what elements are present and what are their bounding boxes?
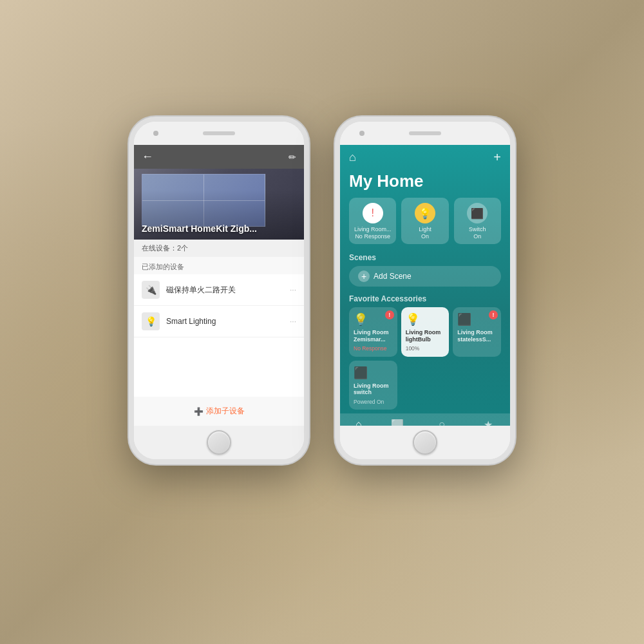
home-acc-light[interactable]: 💡 LightOn bbox=[401, 198, 448, 244]
device-name-1: Smart Lighting bbox=[166, 317, 283, 326]
fav-item-2[interactable]: ! ⬛ Living Room statelessS... bbox=[453, 307, 501, 357]
fav-name-0: Living Room Zemismar... bbox=[354, 329, 393, 343]
page-container: APP CONTROL Homekit Zigbee Hub can conne… bbox=[0, 0, 644, 644]
home-favorites-section: Favorite Accessories ! 💡 Living Room Zem… bbox=[340, 292, 510, 414]
tuya-camera bbox=[153, 131, 158, 136]
nav-home[interactable]: ⌂ Home bbox=[352, 419, 365, 426]
acc-switch-label: SwitchOn bbox=[469, 226, 486, 240]
fav-name-3: Living Room switch bbox=[354, 383, 393, 397]
home-phone-bottom bbox=[340, 426, 510, 459]
tuya-hub-title: ZemiSmart HomeKit Zigb... bbox=[142, 223, 257, 234]
fav-item-3[interactable]: ⬛ Living Room switch Powered On bbox=[349, 361, 397, 410]
tuya-device-item-0[interactable]: 🔌 磁保持单火二路开关 ··· bbox=[134, 274, 304, 306]
home-phone-wrapper: ⌂ + My Home ! Living Room...No Response bbox=[335, 117, 515, 502]
fav-name-1: Living Room lightBulb bbox=[406, 329, 445, 343]
acc-switch-icon: ⬛ bbox=[467, 203, 488, 223]
home-my-home-title: My Home bbox=[340, 169, 510, 198]
acc-light-icon: 💡 bbox=[415, 203, 435, 223]
favorites-title: Favorite Accessories bbox=[349, 294, 501, 303]
tuya-home-button[interactable] bbox=[207, 430, 231, 455]
home-speaker bbox=[409, 131, 441, 135]
tuya-phone: ← ✏ ZemiSmart HomeKit Zigb... 在 bbox=[129, 117, 309, 464]
home-screen: ⌂ + My Home ! Living Room...No Response bbox=[340, 145, 510, 426]
device-more-1[interactable]: ··· bbox=[290, 317, 296, 326]
tuya-app-header: ← ✏ bbox=[134, 145, 304, 169]
device-name-0: 磁保持单火二路开关 bbox=[166, 285, 283, 296]
home-fav-grid: ! 💡 Living Room Zemismar... No Response … bbox=[349, 307, 501, 410]
add-scene-label: Add Scene bbox=[374, 272, 412, 281]
acc-living-room-label: Living Room...No Response bbox=[354, 226, 392, 240]
home-add-icon[interactable]: + bbox=[493, 150, 501, 165]
nav-discover-icon: ★ bbox=[484, 419, 493, 426]
home-app-header: ⌂ + bbox=[340, 145, 510, 169]
tuya-phone-wrapper: ← ✏ ZemiSmart HomeKit Zigb... 在 bbox=[129, 117, 309, 502]
nav-rooms-icon: ⬜ bbox=[391, 419, 404, 426]
tuya-add-device-btn[interactable]: ➕ 添加子设备 bbox=[134, 397, 304, 426]
tuya-phone-bottom bbox=[134, 426, 304, 459]
add-scene-btn[interactable]: + Add Scene bbox=[349, 266, 501, 287]
nav-rooms[interactable]: ⬜ Rooms bbox=[389, 419, 405, 426]
home-acc-living-room[interactable]: ! Living Room...No Response bbox=[349, 198, 396, 244]
home-home-button[interactable] bbox=[413, 430, 437, 455]
home-camera bbox=[359, 131, 365, 136]
acc-alert-icon: ! bbox=[363, 203, 383, 223]
fav-item-0[interactable]: ! 💡 Living Room Zemismar... No Response bbox=[349, 307, 397, 357]
scenes-title: Scenes bbox=[349, 253, 501, 262]
fav-icon-3: ⬛ bbox=[354, 366, 393, 380]
fav-alert-badge-0: ! bbox=[385, 310, 394, 319]
add-scene-plus-icon: + bbox=[358, 270, 370, 282]
fav-status-3: Powered On bbox=[354, 399, 393, 405]
tuya-screen: ← ✏ ZemiSmart HomeKit Zigb... 在 bbox=[134, 145, 304, 426]
nav-automation[interactable]: ○ Automation bbox=[429, 419, 455, 426]
nav-home-icon: ⌂ bbox=[355, 419, 362, 426]
fav-status-1: 100% bbox=[406, 345, 445, 352]
acc-light-label: LightOn bbox=[419, 226, 431, 240]
fav-alert-badge-2: ! bbox=[489, 310, 498, 319]
tuya-device-item-1[interactable]: 💡 Smart Lighting ··· bbox=[134, 306, 304, 337]
background bbox=[0, 0, 644, 644]
tuya-speaker bbox=[203, 131, 235, 135]
edit-icon[interactable]: ✏ bbox=[289, 152, 296, 162]
home-phone-top bbox=[340, 122, 510, 145]
fav-status-0: No Response bbox=[354, 345, 393, 352]
home-bottom-nav: ⌂ Home ⬜ Rooms ○ Automation bbox=[340, 413, 510, 426]
tuya-added-label: 已添加的设备 bbox=[134, 257, 304, 274]
home-acc-switch[interactable]: ⬛ SwitchOn bbox=[454, 198, 501, 244]
add-plus-icon: ➕ bbox=[194, 407, 204, 416]
device-more-0[interactable]: ··· bbox=[290, 285, 296, 294]
nav-automation-icon: ○ bbox=[439, 419, 445, 426]
tuya-device-list: 🔌 磁保持单火二路开关 ··· 💡 Smart Lighting ··· bbox=[134, 274, 304, 397]
fav-name-2: Living Room statelessS... bbox=[457, 329, 497, 343]
tuya-phone-top bbox=[134, 122, 304, 145]
home-top-accessories: ! Living Room...No Response 💡 LightOn ⬛ … bbox=[340, 198, 510, 251]
back-icon[interactable]: ← bbox=[142, 150, 153, 164]
fav-item-1[interactable]: 💡 Living Room lightBulb 100% bbox=[401, 307, 450, 357]
home-scenes-section: Scenes + Add Scene bbox=[340, 251, 510, 292]
tuya-hero: ZemiSmart HomeKit Zigb... bbox=[134, 169, 304, 240]
device-icon-0: 🔌 bbox=[142, 281, 160, 299]
fav-icon-1: 💡 bbox=[406, 312, 445, 327]
home-phone: ⌂ + My Home ! Living Room...No Response bbox=[335, 117, 515, 464]
nav-discover[interactable]: ★ Discover bbox=[478, 419, 498, 426]
device-icon-1: 💡 bbox=[142, 312, 160, 330]
tuya-online-info: 在线设备：2个 bbox=[134, 240, 304, 257]
house-icon: ⌂ bbox=[349, 151, 356, 164]
add-device-label: 添加子设备 bbox=[206, 406, 245, 417]
